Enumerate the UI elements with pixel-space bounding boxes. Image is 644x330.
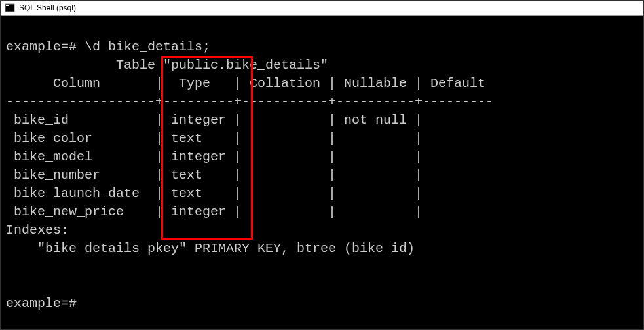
svg-rect-0 [5, 4, 14, 12]
table-row: bike_number | text | | | [6, 168, 423, 183]
svg-rect-1 [6, 5, 9, 6]
app-icon [5, 3, 15, 13]
terminal-area[interactable]: example=# \d bike_details; Table "public… [1, 16, 643, 329]
table-row: bike_new_price | integer | | | [6, 204, 423, 219]
table-row: bike_model | integer | | | [6, 149, 423, 164]
table-title: Table "public.bike_details" [6, 58, 328, 73]
indexes-label: Indexes: [6, 223, 69, 238]
svg-rect-2 [6, 7, 8, 7]
table-row: bike_id | integer | | not null | [6, 113, 423, 128]
table-header: Column | Type | Collation | Nullable | D… [6, 76, 485, 91]
table-row: bike_color | text | | | [6, 131, 423, 146]
prompt-idle: example=# [6, 296, 77, 311]
window-title: SQL Shell (psql) [19, 3, 76, 12]
index-line: "bike_details_pkey" PRIMARY KEY, btree (… [6, 241, 415, 256]
table-row: bike_launch_date | text | | | [6, 186, 423, 201]
prompt-command: example=# \d bike_details; [6, 39, 210, 54]
window-frame: SQL Shell (psql) example=# \d bike_detai… [0, 0, 644, 330]
titlebar[interactable]: SQL Shell (psql) [1, 1, 643, 16]
table-separator: -------------------+---------+----------… [6, 94, 493, 109]
